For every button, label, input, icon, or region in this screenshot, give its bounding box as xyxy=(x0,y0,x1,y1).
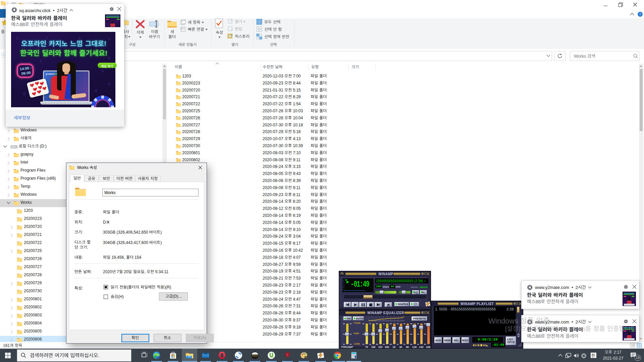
svg-text:?: ? xyxy=(639,12,641,16)
